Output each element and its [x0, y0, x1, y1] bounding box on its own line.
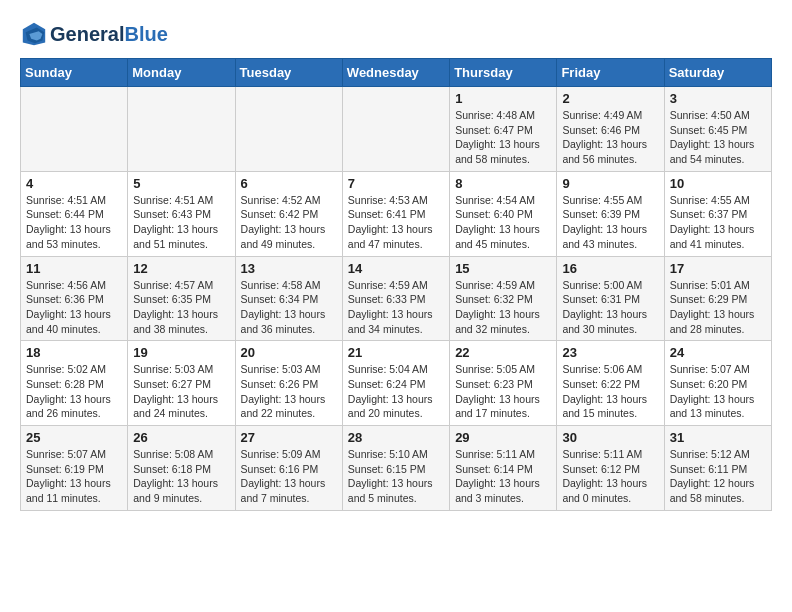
day-info: Sunrise: 4:50 AM Sunset: 6:45 PM Dayligh…: [670, 108, 766, 167]
day-info: Sunrise: 4:59 AM Sunset: 6:32 PM Dayligh…: [455, 278, 551, 337]
day-number: 21: [348, 345, 444, 360]
day-number: 5: [133, 176, 229, 191]
calendar-cell: 31Sunrise: 5:12 AM Sunset: 6:11 PM Dayli…: [664, 426, 771, 511]
day-number: 14: [348, 261, 444, 276]
calendar-cell: 13Sunrise: 4:58 AM Sunset: 6:34 PM Dayli…: [235, 256, 342, 341]
day-info: Sunrise: 4:49 AM Sunset: 6:46 PM Dayligh…: [562, 108, 658, 167]
day-info: Sunrise: 5:08 AM Sunset: 6:18 PM Dayligh…: [133, 447, 229, 506]
calendar-cell: 7Sunrise: 4:53 AM Sunset: 6:41 PM Daylig…: [342, 171, 449, 256]
calendar-cell: 5Sunrise: 4:51 AM Sunset: 6:43 PM Daylig…: [128, 171, 235, 256]
calendar-cell: 14Sunrise: 4:59 AM Sunset: 6:33 PM Dayli…: [342, 256, 449, 341]
calendar-cell: 9Sunrise: 4:55 AM Sunset: 6:39 PM Daylig…: [557, 171, 664, 256]
calendar-cell: 22Sunrise: 5:05 AM Sunset: 6:23 PM Dayli…: [450, 341, 557, 426]
calendar-cell: [342, 87, 449, 172]
day-info: Sunrise: 4:48 AM Sunset: 6:47 PM Dayligh…: [455, 108, 551, 167]
calendar-cell: 2Sunrise: 4:49 AM Sunset: 6:46 PM Daylig…: [557, 87, 664, 172]
day-number: 9: [562, 176, 658, 191]
day-info: Sunrise: 5:10 AM Sunset: 6:15 PM Dayligh…: [348, 447, 444, 506]
calendar-cell: 3Sunrise: 4:50 AM Sunset: 6:45 PM Daylig…: [664, 87, 771, 172]
day-number: 20: [241, 345, 337, 360]
day-info: Sunrise: 5:07 AM Sunset: 6:20 PM Dayligh…: [670, 362, 766, 421]
day-info: Sunrise: 5:04 AM Sunset: 6:24 PM Dayligh…: [348, 362, 444, 421]
logo-icon: [20, 20, 48, 48]
day-number: 17: [670, 261, 766, 276]
calendar-cell: 8Sunrise: 4:54 AM Sunset: 6:40 PM Daylig…: [450, 171, 557, 256]
calendar-cell: [235, 87, 342, 172]
day-info: Sunrise: 4:51 AM Sunset: 6:44 PM Dayligh…: [26, 193, 122, 252]
day-header-friday: Friday: [557, 59, 664, 87]
day-number: 3: [670, 91, 766, 106]
day-info: Sunrise: 5:01 AM Sunset: 6:29 PM Dayligh…: [670, 278, 766, 337]
day-header-tuesday: Tuesday: [235, 59, 342, 87]
calendar-cell: 27Sunrise: 5:09 AM Sunset: 6:16 PM Dayli…: [235, 426, 342, 511]
day-header-thursday: Thursday: [450, 59, 557, 87]
day-number: 25: [26, 430, 122, 445]
day-info: Sunrise: 4:56 AM Sunset: 6:36 PM Dayligh…: [26, 278, 122, 337]
day-number: 12: [133, 261, 229, 276]
logo-text: GeneralBlue: [50, 23, 168, 46]
day-info: Sunrise: 4:55 AM Sunset: 6:39 PM Dayligh…: [562, 193, 658, 252]
day-header-sunday: Sunday: [21, 59, 128, 87]
day-number: 15: [455, 261, 551, 276]
day-number: 26: [133, 430, 229, 445]
day-number: 8: [455, 176, 551, 191]
day-info: Sunrise: 5:03 AM Sunset: 6:26 PM Dayligh…: [241, 362, 337, 421]
day-number: 7: [348, 176, 444, 191]
day-info: Sunrise: 4:53 AM Sunset: 6:41 PM Dayligh…: [348, 193, 444, 252]
day-number: 10: [670, 176, 766, 191]
calendar-cell: 1Sunrise: 4:48 AM Sunset: 6:47 PM Daylig…: [450, 87, 557, 172]
day-info: Sunrise: 5:07 AM Sunset: 6:19 PM Dayligh…: [26, 447, 122, 506]
day-number: 30: [562, 430, 658, 445]
day-number: 1: [455, 91, 551, 106]
day-number: 27: [241, 430, 337, 445]
day-header-saturday: Saturday: [664, 59, 771, 87]
calendar-cell: 12Sunrise: 4:57 AM Sunset: 6:35 PM Dayli…: [128, 256, 235, 341]
header-row: SundayMondayTuesdayWednesdayThursdayFrid…: [21, 59, 772, 87]
calendar-cell: [21, 87, 128, 172]
day-info: Sunrise: 4:58 AM Sunset: 6:34 PM Dayligh…: [241, 278, 337, 337]
calendar-cell: 29Sunrise: 5:11 AM Sunset: 6:14 PM Dayli…: [450, 426, 557, 511]
day-info: Sunrise: 5:06 AM Sunset: 6:22 PM Dayligh…: [562, 362, 658, 421]
day-info: Sunrise: 5:09 AM Sunset: 6:16 PM Dayligh…: [241, 447, 337, 506]
day-info: Sunrise: 4:51 AM Sunset: 6:43 PM Dayligh…: [133, 193, 229, 252]
calendar-cell: 30Sunrise: 5:11 AM Sunset: 6:12 PM Dayli…: [557, 426, 664, 511]
day-info: Sunrise: 4:59 AM Sunset: 6:33 PM Dayligh…: [348, 278, 444, 337]
day-info: Sunrise: 5:02 AM Sunset: 6:28 PM Dayligh…: [26, 362, 122, 421]
calendar-cell: 24Sunrise: 5:07 AM Sunset: 6:20 PM Dayli…: [664, 341, 771, 426]
logo: GeneralBlue: [20, 20, 168, 48]
day-number: 28: [348, 430, 444, 445]
week-row-1: 1Sunrise: 4:48 AM Sunset: 6:47 PM Daylig…: [21, 87, 772, 172]
calendar-cell: 20Sunrise: 5:03 AM Sunset: 6:26 PM Dayli…: [235, 341, 342, 426]
calendar-cell: 18Sunrise: 5:02 AM Sunset: 6:28 PM Dayli…: [21, 341, 128, 426]
day-number: 2: [562, 91, 658, 106]
day-info: Sunrise: 4:55 AM Sunset: 6:37 PM Dayligh…: [670, 193, 766, 252]
day-number: 19: [133, 345, 229, 360]
day-number: 4: [26, 176, 122, 191]
day-number: 11: [26, 261, 122, 276]
day-number: 22: [455, 345, 551, 360]
calendar-cell: 16Sunrise: 5:00 AM Sunset: 6:31 PM Dayli…: [557, 256, 664, 341]
calendar-cell: 23Sunrise: 5:06 AM Sunset: 6:22 PM Dayli…: [557, 341, 664, 426]
day-info: Sunrise: 5:11 AM Sunset: 6:12 PM Dayligh…: [562, 447, 658, 506]
day-info: Sunrise: 4:52 AM Sunset: 6:42 PM Dayligh…: [241, 193, 337, 252]
calendar-table: SundayMondayTuesdayWednesdayThursdayFrid…: [20, 58, 772, 511]
calendar-cell: 17Sunrise: 5:01 AM Sunset: 6:29 PM Dayli…: [664, 256, 771, 341]
day-number: 6: [241, 176, 337, 191]
day-number: 13: [241, 261, 337, 276]
day-header-wednesday: Wednesday: [342, 59, 449, 87]
day-number: 24: [670, 345, 766, 360]
calendar-cell: 25Sunrise: 5:07 AM Sunset: 6:19 PM Dayli…: [21, 426, 128, 511]
calendar-cell: 28Sunrise: 5:10 AM Sunset: 6:15 PM Dayli…: [342, 426, 449, 511]
day-number: 31: [670, 430, 766, 445]
day-number: 23: [562, 345, 658, 360]
calendar-cell: 6Sunrise: 4:52 AM Sunset: 6:42 PM Daylig…: [235, 171, 342, 256]
day-number: 16: [562, 261, 658, 276]
day-header-monday: Monday: [128, 59, 235, 87]
calendar-cell: 15Sunrise: 4:59 AM Sunset: 6:32 PM Dayli…: [450, 256, 557, 341]
calendar-cell: 11Sunrise: 4:56 AM Sunset: 6:36 PM Dayli…: [21, 256, 128, 341]
day-number: 29: [455, 430, 551, 445]
calendar-cell: 26Sunrise: 5:08 AM Sunset: 6:18 PM Dayli…: [128, 426, 235, 511]
calendar-cell: 10Sunrise: 4:55 AM Sunset: 6:37 PM Dayli…: [664, 171, 771, 256]
calendar-cell: [128, 87, 235, 172]
day-info: Sunrise: 5:05 AM Sunset: 6:23 PM Dayligh…: [455, 362, 551, 421]
